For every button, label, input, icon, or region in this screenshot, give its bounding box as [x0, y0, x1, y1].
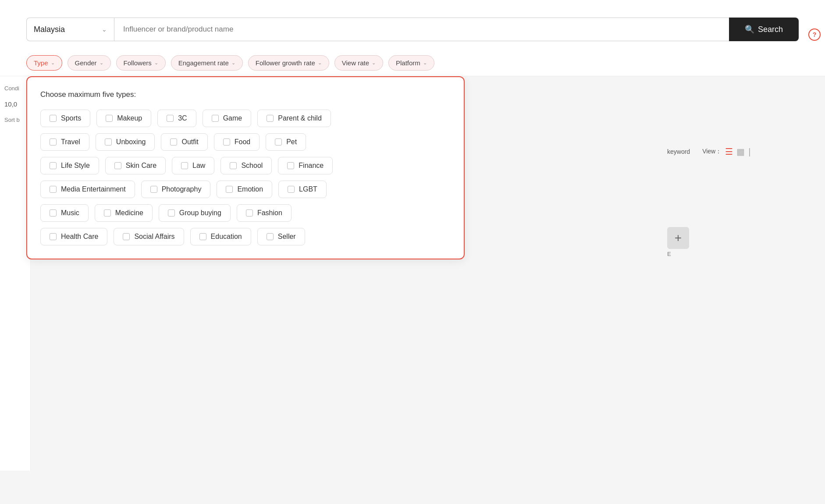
checkbox-emotion[interactable]: Emotion [217, 181, 272, 198]
checkbox-skincare[interactable]: Skin Care [105, 157, 166, 174]
checkbox-finance[interactable]: Finance [278, 157, 333, 174]
list-view-icon[interactable]: ☰ [725, 146, 733, 157]
checkbox-food[interactable]: Food [214, 133, 260, 151]
3c-label: 3C [178, 114, 187, 122]
food-checkbox[interactable] [223, 138, 230, 146]
sports-checkbox[interactable] [50, 115, 57, 122]
checkbox-seller[interactable]: Seller [257, 228, 305, 245]
seller-checkbox[interactable] [267, 233, 274, 240]
followers-label: Followers [124, 59, 152, 67]
media-entertainment-label: Media Entertainment [61, 185, 126, 193]
follower-growth-rate-label: Follower growth rate [256, 59, 315, 67]
checkbox-photography[interactable]: Photography [141, 181, 211, 198]
finance-label: Finance [299, 162, 324, 170]
finance-checkbox[interactable] [287, 162, 294, 169]
social-affairs-label: Social Affairs [134, 233, 174, 241]
checkbox-healthcare[interactable]: Health Care [40, 228, 107, 245]
education-checkbox[interactable] [199, 233, 206, 240]
filter-type-button[interactable]: Type ⌄ [26, 55, 62, 71]
lifestyle-label: Life Style [61, 162, 90, 170]
makeup-checkbox[interactable] [106, 115, 113, 122]
food-label: Food [235, 138, 250, 146]
healthcare-label: Health Care [61, 233, 98, 241]
filter-followers-button[interactable]: Followers ⌄ [116, 55, 166, 71]
grid-view-icon[interactable]: ▦ [736, 146, 745, 157]
law-checkbox[interactable] [181, 162, 188, 169]
filter-gender-button[interactable]: Gender ⌄ [68, 55, 111, 71]
pet-checkbox[interactable] [275, 138, 282, 146]
checkbox-school[interactable]: School [220, 157, 272, 174]
checkbox-group-buying[interactable]: Group buying [159, 204, 231, 222]
separator-icon: | [748, 147, 750, 157]
school-label: School [241, 162, 263, 170]
filter-platform-button[interactable]: Platform ⌄ [388, 55, 434, 71]
sports-label: Sports [61, 114, 81, 122]
checkbox-parent-child[interactable]: Parent & child [257, 110, 331, 127]
lgbt-label: LGBT [299, 185, 317, 193]
checkbox-media-entertainment[interactable]: Media Entertainment [40, 181, 135, 198]
filter-follower-growth-rate-button[interactable]: Follower growth rate ⌄ [248, 55, 329, 71]
search-input[interactable] [114, 18, 729, 41]
3c-checkbox[interactable] [167, 115, 174, 122]
checkbox-makeup[interactable]: Makeup [96, 110, 151, 127]
checkbox-row-6: Health Care Social Affairs Education Sel… [40, 228, 451, 245]
checkbox-row-3: Life Style Skin Care Law School [40, 157, 451, 174]
photography-checkbox[interactable] [150, 186, 157, 193]
photography-label: Photography [162, 185, 202, 193]
checkbox-outfit[interactable]: Outfit [161, 133, 207, 151]
social-affairs-checkbox[interactable] [123, 233, 130, 240]
checkbox-lifestyle[interactable]: Life Style [40, 157, 99, 174]
country-label: Malaysia [34, 25, 65, 34]
checkbox-3c[interactable]: 3C [157, 110, 196, 127]
checkbox-fashion[interactable]: Fashion [237, 204, 292, 222]
checkbox-travel[interactable]: Travel [40, 133, 89, 151]
checkbox-lgbt[interactable]: LGBT [278, 181, 327, 198]
checkbox-education[interactable]: Education [190, 228, 251, 245]
group-buying-checkbox[interactable] [168, 209, 175, 217]
skincare-label: Skin Care [126, 162, 156, 170]
gender-label: Gender [75, 59, 97, 67]
media-entertainment-checkbox[interactable] [50, 186, 57, 193]
school-checkbox[interactable] [230, 162, 237, 169]
checkbox-unboxing[interactable]: Unboxing [96, 133, 155, 151]
checkbox-music[interactable]: Music [40, 204, 89, 222]
parent-child-checkbox[interactable] [267, 115, 274, 122]
checkbox-game[interactable]: Game [203, 110, 252, 127]
outfit-checkbox[interactable] [170, 138, 177, 146]
filter-bar: Type ⌄ Gender ⌄ Followers ⌄ Engagement r… [0, 50, 825, 76]
engagement-chevron-icon: ⌄ [231, 60, 235, 66]
filter-view-rate-button[interactable]: View rate ⌄ [334, 55, 383, 71]
music-checkbox[interactable] [50, 209, 57, 217]
filter-engagement-rate-button[interactable]: Engagement rate ⌄ [171, 55, 243, 71]
lifestyle-checkbox[interactable] [50, 162, 57, 169]
country-select[interactable]: Malaysia ⌄ [26, 18, 114, 41]
conditions-text: Condi [4, 85, 26, 92]
count-text: 10,0 [4, 100, 26, 108]
emotion-checkbox[interactable] [226, 186, 233, 193]
fashion-checkbox[interactable] [246, 209, 253, 217]
unboxing-checkbox[interactable] [105, 138, 112, 146]
music-label: Music [61, 209, 79, 217]
search-button-label: Search [758, 25, 783, 34]
help-icon[interactable]: ? [808, 28, 821, 41]
emotion-label: Emotion [237, 185, 263, 193]
followers-chevron-icon: ⌄ [154, 60, 158, 66]
checkbox-sports[interactable]: Sports [40, 110, 90, 127]
medicine-checkbox[interactable] [104, 209, 111, 217]
fashion-label: Fashion [257, 209, 282, 217]
search-button[interactable]: 🔍 Search [729, 18, 799, 41]
healthcare-checkbox[interactable] [50, 233, 57, 240]
education-label: Education [211, 233, 242, 241]
checkbox-law[interactable]: Law [172, 157, 214, 174]
gender-chevron-icon: ⌄ [100, 60, 103, 66]
plus-button[interactable]: + [667, 227, 689, 249]
view-rate-label: View rate [342, 59, 369, 67]
lgbt-checkbox[interactable] [288, 186, 295, 193]
game-checkbox[interactable] [212, 115, 219, 122]
checkbox-pet[interactable]: Pet [266, 133, 306, 151]
skincare-checkbox[interactable] [114, 162, 121, 169]
country-chevron-icon: ⌄ [102, 26, 107, 33]
travel-checkbox[interactable] [50, 138, 57, 146]
checkbox-social-affairs[interactable]: Social Affairs [114, 228, 184, 245]
checkbox-medicine[interactable]: Medicine [95, 204, 153, 222]
